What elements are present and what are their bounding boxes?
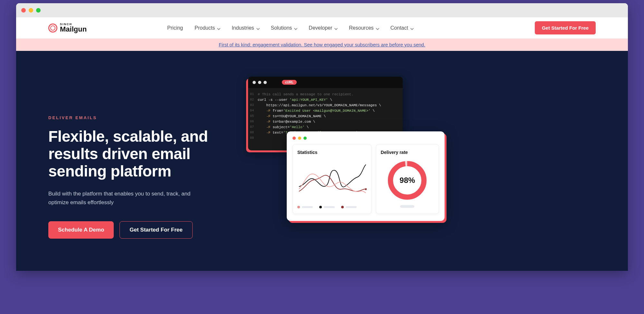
hero-ctas: Schedule A Demo Get Started For Free — [48, 221, 235, 239]
nav-item-developer[interactable]: Developer — [309, 25, 337, 31]
nav-menu: PricingProductsIndustriesSolutionsDevelo… — [167, 25, 413, 31]
legend-dot-icon — [297, 206, 300, 208]
line-number: 09 — [248, 136, 258, 141]
line-number: 07 — [248, 125, 258, 130]
stats-window-dots — [293, 137, 439, 140]
line-number: 03 — [248, 103, 258, 108]
logo-main-text: Mailgun — [60, 26, 87, 33]
announcement-bar: First of its kind: engagement validation… — [16, 39, 628, 51]
code-content: -F to=YOU@YOUR_DOMAIN_NAME \ — [258, 114, 326, 119]
get-started-button[interactable]: Get Started For Free — [120, 221, 192, 239]
code-window-header: cURL — [248, 77, 403, 88]
delivery-bar — [400, 205, 414, 208]
legend-dot-icon — [319, 206, 322, 208]
hero-eyebrow: DELIVER EMAILS — [48, 115, 235, 120]
legend-item — [341, 206, 357, 208]
code-line: 01# This call sends a message to one rec… — [248, 92, 403, 97]
stats-window: Statistics Delivery rate — [287, 131, 445, 221]
nav-item-label: Developer — [309, 25, 332, 31]
statistics-title: Statistics — [297, 150, 367, 155]
window-dot-icon — [253, 81, 256, 84]
minimize-icon[interactable] — [29, 8, 33, 13]
close-icon[interactable] — [21, 8, 26, 13]
code-line: 07 -F subject='Hello' \ — [248, 125, 403, 130]
code-content: -F subject='Hello' \ — [258, 125, 309, 130]
legend-bar — [302, 206, 313, 208]
code-line: 06 -F to=bar@example.com \ — [248, 119, 403, 125]
delivery-rate-title: Delivery rate — [381, 150, 434, 155]
logo[interactable]: SINCH Mailgun — [48, 23, 87, 33]
chevron-down-icon — [294, 26, 297, 30]
schedule-demo-button[interactable]: Schedule A Demo — [48, 221, 114, 239]
hero-illustration: cURL 01# This call sends a message to on… — [248, 77, 596, 239]
nav-item-industries[interactable]: Industries — [232, 25, 259, 31]
statistics-chart — [297, 159, 367, 201]
window-dot-icon — [264, 81, 267, 84]
statistics-card: Statistics — [293, 144, 371, 214]
window-titlebar — [16, 3, 628, 17]
nav-item-products[interactable]: Products — [195, 25, 220, 31]
code-line: 04 -F from='Excited User <mailgun@YOUR_D… — [248, 108, 403, 114]
code-line: 02curl -s --user 'api:YOUR_API_KEY' \ — [248, 97, 403, 103]
line-number: 04 — [248, 108, 258, 114]
hero-content: DELIVER EMAILS Flexible, scalable, and r… — [48, 77, 235, 239]
code-content: -F from='Excited User <mailgun@YOUR_DOMA… — [258, 108, 375, 114]
chevron-down-icon — [376, 26, 379, 30]
delivery-rate-card: Delivery rate 98% — [376, 144, 439, 214]
code-content: https://api.mailgun.net/v3/YOUR_DOMAIN_N… — [258, 103, 381, 108]
curl-badge: cURL — [282, 80, 297, 85]
window-dot-icon — [303, 137, 307, 140]
mailgun-logo-icon — [48, 24, 57, 33]
maximize-icon[interactable] — [36, 8, 41, 13]
code-line: 05 -F to=YOU@YOUR_DOMAIN_NAME \ — [248, 114, 403, 119]
nav-item-solutions[interactable]: Solutions — [271, 25, 297, 31]
browser-window: SINCH Mailgun PricingProductsIndustriesS… — [16, 3, 628, 271]
svg-point-0 — [365, 188, 367, 190]
window-dot-icon — [293, 137, 296, 140]
line-number: 01 — [248, 92, 258, 97]
legend-bar — [346, 206, 357, 208]
nav-item-contact[interactable]: Contact — [390, 25, 413, 31]
code-content: # This call sends a message to one recip… — [258, 92, 353, 97]
code-content: curl -s --user 'api:YOUR_API_KEY' \ — [258, 97, 332, 103]
legend-item — [297, 206, 313, 208]
chevron-down-icon — [334, 26, 337, 30]
nav-item-label: Solutions — [271, 25, 292, 31]
nav-item-label: Industries — [232, 25, 254, 31]
nav-item-label: Resources — [349, 25, 373, 31]
legend-bar — [324, 206, 335, 208]
delivery-donut-chart: 98% — [386, 159, 428, 201]
line-number: 06 — [248, 119, 258, 125]
legend-dot-icon — [341, 206, 344, 208]
legend-item — [319, 206, 335, 208]
hero-title: Flexible, scalable, and results driven e… — [48, 128, 235, 180]
window-dot-icon — [258, 81, 261, 84]
line-number: 05 — [248, 114, 258, 119]
code-content: -F to=bar@example.com \ — [258, 119, 315, 125]
chevron-down-icon — [256, 26, 259, 30]
window-dot-icon — [298, 137, 301, 140]
nav-item-resources[interactable]: Resources — [349, 25, 379, 31]
chevron-down-icon — [217, 26, 220, 30]
chevron-down-icon — [410, 26, 413, 30]
nav-item-pricing[interactable]: Pricing — [167, 25, 183, 31]
delivery-percentage: 98% — [399, 176, 415, 185]
hero-subtitle: Build with the platform that enables you… — [48, 189, 209, 207]
nav-item-label: Products — [195, 25, 215, 31]
line-number: 08 — [248, 130, 258, 136]
top-nav: SINCH Mailgun PricingProductsIndustriesS… — [16, 17, 628, 39]
nav-cta-button[interactable]: Get Started For Free — [535, 21, 596, 34]
hero-section: DELIVER EMAILS Flexible, scalable, and r… — [16, 51, 628, 271]
code-line: 03 https://api.mailgun.net/v3/YOUR_DOMAI… — [248, 103, 403, 108]
chart-legend — [297, 206, 367, 208]
announcement-link[interactable]: First of its kind: engagement validation… — [219, 42, 425, 47]
nav-item-label: Contact — [390, 25, 408, 31]
nav-item-label: Pricing — [167, 25, 183, 31]
line-number: 02 — [248, 97, 258, 103]
